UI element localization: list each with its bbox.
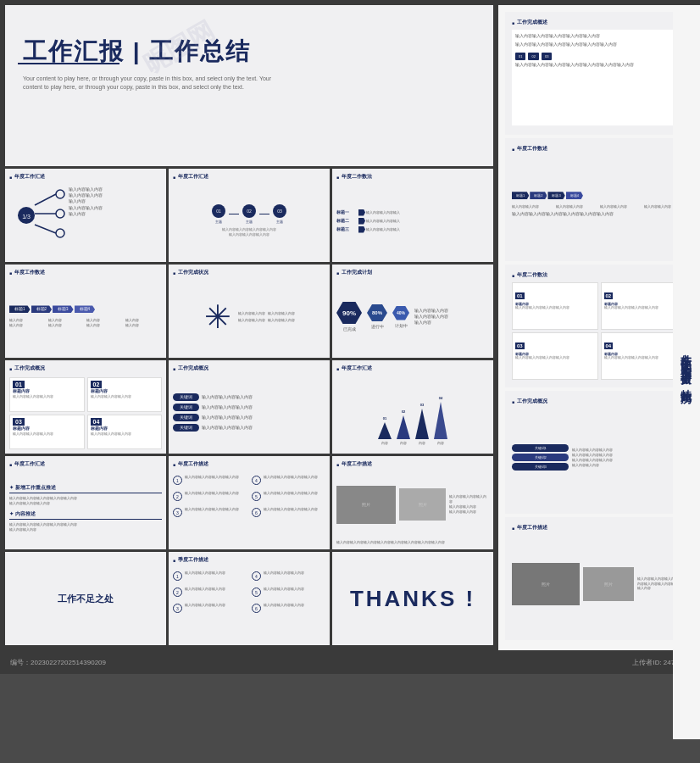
circle-02: 02 (242, 204, 256, 218)
hero-subtitle: Your content to play here, or through yo… (23, 75, 277, 92)
slide-star: 工作完成状况 ✳ 输入内容输入内容 输入内容输入内容 输入内容输入内容 输入内容… (169, 265, 330, 358)
slide-label-13: 季度工作描述 (173, 556, 325, 564)
slide-roundboxes: 工作完成概况 关键词 输入内容输入内容输入内容 关键词 输入内容输入内容输入内容… (169, 360, 330, 454)
hex-80: 80% (367, 304, 387, 321)
slide-pentagons: 年度工作数述 标题1 标题2 标题3 标题4 输入内容输入内容 输入内容输入内容… (5, 265, 166, 358)
list-text-1: 输入内容输入内容输入内容输入内容输入内容输入内容输入内容输入内容 (9, 496, 162, 506)
list-title-2: ✦ 内容推述 (9, 511, 162, 520)
slide-label-5: 工作完成状况 (173, 269, 325, 276)
hex-90: 90% (336, 302, 362, 324)
slide-label-11: 年度工作描述 (173, 460, 325, 468)
sb-photo-2: 照片 (583, 567, 634, 601)
slide-shortcomings: 工作不足之处 (5, 552, 166, 645)
branch-text: 输入内容输入内容输入内容输入内容输入内容输入内容输入内容输入内容 (69, 187, 103, 217)
slide-numlist-2: 季度工作描述 1 输入内容输入内容输入内容 2 输入内容输入内容输入内容 (169, 552, 330, 645)
svg-line-4 (35, 225, 56, 233)
numlist2-left: 1 输入内容输入内容输入内容 2 输入内容输入内容输入内容 3 输入内容输入内容… (173, 571, 247, 641)
circle-03: 03 (273, 204, 286, 218)
sidebar-label-3: 年度二作数法 (512, 271, 686, 279)
photo-bottom-text: 输入内容输入内容输入内容输入内容输入内容输入内容输入内容输入内容 (336, 540, 489, 545)
main-container: 昵图网 工作汇报 | 工作总结 Your content to play her… (0, 0, 700, 650)
slide-photo: 年度工作描述 照片 照片 输入内容输入内容输入内容输入内容输入内容输入内容输入内… (332, 456, 493, 549)
numbox-04: 04 标题内容 输入内容输入内容输入内容 (87, 415, 163, 449)
sb-rboxes-text: 输入内容输入内容输入内容输入内容输入内容输入内容输入内容输入内容输入内容输入内容… (572, 448, 686, 468)
slide-hexagons: 工作完成计划 90% 已完成 80% 进行中 40% 计划中 (332, 265, 493, 358)
uparrow-1: 01 内容 (378, 416, 392, 445)
slide-label-6: 工作完成计划 (336, 269, 489, 276)
numbox-01: 01 标题内容 输入内容输入内容输入内容 (9, 377, 85, 412)
slide-row-4: 年度工作汇述 ✦ 新增工作重点推述 输入内容输入内容输入内容输入内容输入内容输入… (5, 456, 493, 549)
sidebar-slide-2: 年度工作数述 标题1 标题2 标题3 标题4 输入内容输入内容 输入内容输入内容… (505, 138, 693, 261)
photo-placeholder-1: 照片 (336, 486, 396, 524)
list-title-1: ✦ 新增工作重点推述 (9, 485, 162, 493)
uparrow-2: 02 内容 (397, 409, 410, 445)
slide-up-arrows: 年度工作汇述 01 内容 02 内容 (332, 360, 493, 454)
slide-row-2: 年度工作数述 标题1 标题2 标题3 标题4 输入内容输入内容 输入内容输入内容… (5, 265, 493, 358)
annotation-container: 文件中使用的图片为作者自摄！特此声明！ (673, 5, 700, 739)
circle-text: 输入内容输入内容输入内容输入内容输入内容输入内容输入内容 (222, 227, 276, 237)
slide-label-7: 工作完成概况 (9, 365, 162, 372)
svg-point-6 (56, 209, 64, 218)
slide-hero: 昵图网 工作汇报 | 工作总结 Your content to play her… (5, 5, 493, 166)
slide-thanks: THANKS ! (332, 552, 493, 645)
slide-numlist: 年度工作描述 1 输入内容输入内容输入内容输入内容 2 输入内容输入内容输入内容… (169, 456, 330, 549)
sb-photo-1: 照片 (512, 563, 580, 605)
sidebar-label-5: 年度工作描述 (512, 524, 686, 532)
slide-label-10: 年度工作汇述 (9, 460, 162, 468)
sidebar-text-1: 输入内容输入内容输入内容输入内容输入内容 (515, 33, 683, 40)
svg-point-5 (56, 190, 64, 198)
slide-label-9: 年度工作汇述 (336, 365, 489, 372)
sidebar-label-1: 工作完成概述 (512, 19, 686, 26)
sidebar-slide-4: 工作完成概况 关键词1 关键词2 关键词3 输入内容输入内容输入内容输入内容输入… (505, 391, 693, 514)
slide-label-8: 工作完成概况 (173, 365, 325, 372)
sidebar-label-4: 工作完成概况 (512, 398, 686, 405)
numbox-02: 02 标题内容 输入内容输入内容输入内容 (87, 377, 163, 412)
footer-code: 编号：20230227202514390209 (10, 658, 106, 667)
sb-numbox-03: 03 标题内容 输入内容输入内容输入内容输入内容 (512, 332, 598, 380)
star-center: ✳ (204, 301, 231, 333)
sidebar-content: 工作完成概述 输入内容输入内容输入内容输入内容输入内容 输入内容输入内容输入内容… (498, 5, 700, 650)
svg-line-2 (35, 194, 56, 205)
svg-point-7 (56, 229, 64, 237)
photo-text: 输入内容输入内容输入内容输入内容输入内容输入内容输入内容 (449, 494, 489, 515)
sb-rboxes: 关键词1 关键词2 关键词3 (512, 444, 569, 471)
thanks-text: THANKS ! (350, 586, 475, 612)
slide-list-icons: 年度工作汇述 ✦ 新增工作重点推述 输入内容输入内容输入内容输入内容输入内容输入… (5, 456, 166, 549)
hex-40: 40% (392, 306, 409, 320)
sidebar-slide-3: 年度二作数法 01 标题内容 输入内容输入内容输入内容输入内容 02 标题内容 … (505, 265, 693, 387)
numlist-right: 4 输入内容输入内容输入内容输入内容 5 输入内容输入内容输入内容输入内容 6 … (252, 475, 325, 545)
slide-row-3: 工作完成概况 01 标题内容 输入内容输入内容输入内容 02 标题内容 输入内容… (5, 360, 493, 454)
numlist2-right: 4 输入内容输入内容输入内容 5 输入内容输入内容输入内容 6 输入内容输入内容… (252, 571, 325, 641)
footer-bar: 编号：20230227202514390209 上传者ID: 2474507 (0, 650, 700, 674)
photo-placeholder-2: 照片 (399, 488, 446, 521)
slide-circles: 年度工作汇述 01 主题 02 主题 (169, 169, 330, 262)
slide-label-12: 年度工作描述 (336, 460, 489, 468)
sidebar-slide-5: 年度工作描述 照片 照片 输入内容输入内容输入内容输入内容输入内容输入内容输入内… (505, 517, 693, 640)
sidebar-slide-1: 工作完成概述 输入内容输入内容输入内容输入内容输入内容 输入内容输入内容输入内容… (505, 12, 693, 135)
slide-row-5: 工作不足之处 季度工作描述 1 输入内容输入内容输入内容 (5, 552, 493, 645)
slide-branch: 年度工作汇述 1/3 (5, 169, 166, 262)
slide-arrows: 年度二作数法 标题一 输入内容输入内容输入 标题二 输入内容输入内容输入 (332, 169, 493, 262)
list-text-2: 输入内容输入内容输入内容输入内容输入内容输入内容输入内容 (9, 522, 162, 532)
uparrow-4: 04 内容 (434, 396, 447, 445)
slide-row-1: 年度工作汇述 1/3 (5, 169, 493, 262)
sb-numbox-01: 01 标题内容 输入内容输入内容输入内容输入内容 (512, 282, 598, 330)
svg-text:1/3: 1/3 (22, 214, 31, 220)
slide-numboxes: 工作完成概况 01 标题内容 输入内容输入内容输入内容 02 标题内容 输入内容… (5, 360, 166, 454)
shortcomings-title: 工作不足之处 (58, 593, 114, 605)
slide-label-2: 年度工作汇述 (173, 173, 325, 181)
right-sidebar: 工作完成概述 输入内容输入内容输入内容输入内容输入内容 输入内容输入内容输入内容… (498, 0, 700, 650)
numlist-left: 1 输入内容输入内容输入内容输入内容 2 输入内容输入内容输入内容输入内容 3 … (173, 475, 247, 545)
slide-label-3: 年度二作数法 (336, 173, 489, 181)
slide-label-1: 年度工作汇述 (9, 173, 162, 181)
numbox-03: 03 标题内容 输入内容输入内容输入内容 (9, 415, 85, 449)
sidebar-label-2: 年度工作数述 (512, 145, 686, 153)
uparrow-3: 03 内容 (415, 403, 429, 445)
annotation-text: 文件中使用的图片为作者自摄！特此声明！ (678, 345, 695, 399)
circle-01: 01 (212, 204, 225, 218)
slide-label-4: 年度工作数述 (9, 269, 162, 276)
slides-grid: 昵图网 工作汇报 | 工作总结 Your content to play her… (0, 0, 498, 650)
